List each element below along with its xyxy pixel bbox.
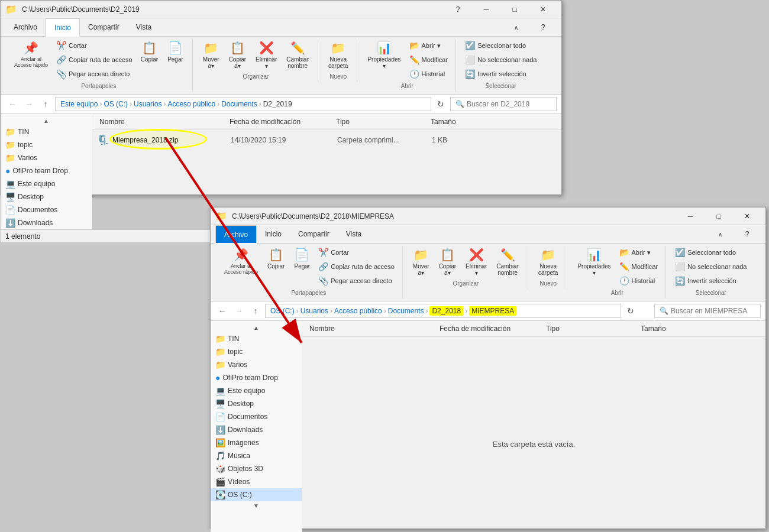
btn-renombrar-1[interactable]: ✏️ Cambiarnombre bbox=[282, 39, 313, 71]
col-nombre-2[interactable]: Nombre bbox=[307, 323, 437, 334]
tab-archivo-2[interactable]: Archivo bbox=[215, 225, 257, 244]
btn-pegar-acceso-2[interactable]: 📎 Pegar acceso directo bbox=[315, 274, 398, 287]
col-nombre-1[interactable]: Nombre bbox=[97, 116, 227, 127]
btn-mover-2[interactable]: 📁 Movera▾ bbox=[409, 246, 434, 278]
sidebar-item-tin-2[interactable]: 📁 TIN bbox=[211, 332, 302, 345]
scroll-up-2[interactable]: ▲ bbox=[211, 323, 302, 332]
tab-archivo-1[interactable]: Archivo bbox=[5, 18, 46, 36]
btn-seleccionar-todo-2[interactable]: ☑️ Seleccionar todo bbox=[672, 246, 749, 259]
breadcrumb-os-1[interactable]: OS (C:) bbox=[104, 100, 128, 108]
forward-btn-1[interactable]: → bbox=[22, 97, 36, 111]
breadcrumb-acceso-1[interactable]: Acceso público bbox=[167, 100, 215, 108]
btn-no-seleccionar-2[interactable]: ⬜ No seleccionar nada bbox=[672, 260, 749, 273]
sidebar-item-imagenes-2[interactable]: 🖼️ Imágenes bbox=[211, 436, 302, 449]
btn-invertir-1[interactable]: 🔄 Invertir selección bbox=[462, 67, 539, 80]
up-btn-1[interactable]: ↑ bbox=[38, 97, 53, 111]
breadcrumb-docs-1[interactable]: Documents bbox=[221, 100, 257, 108]
sidebar-item-objetos-2[interactable]: 🎲 Objetos 3D bbox=[211, 462, 302, 475]
btn-pegar-2[interactable]: 📄 Pegar bbox=[290, 246, 315, 271]
search-box-1[interactable]: 🔍 bbox=[450, 97, 557, 111]
refresh-btn-2[interactable]: ↻ bbox=[623, 304, 638, 318]
btn-modificar-1[interactable]: ✏️ Modificar bbox=[406, 53, 451, 66]
btn-copiar-a-2[interactable]: 📋 Copiara▾ bbox=[435, 246, 460, 278]
sidebar-item-topic-1[interactable]: 📁 topic bbox=[1, 138, 92, 151]
btn-cortar-1[interactable]: ✂️ Cortar bbox=[53, 39, 135, 52]
sidebar-item-desktop-1[interactable]: 🖥️ Desktop bbox=[1, 190, 92, 203]
sidebar-item-tin-1[interactable]: 📁 TIN bbox=[1, 125, 92, 138]
address-path-2[interactable]: OS (C:) › Usuarios › Acceso público › Do… bbox=[265, 304, 621, 318]
tab-inicio-1[interactable]: Inicio bbox=[46, 18, 80, 37]
sidebar-item-ofipro-2[interactable]: ● OfiPro team Drop bbox=[211, 371, 302, 384]
sidebar-item-ofipro-1[interactable]: ● OfiPro team Drop bbox=[1, 164, 92, 177]
btn-copiar-a-1[interactable]: 📋 Copiara▾ bbox=[225, 39, 250, 71]
up-btn-2[interactable]: ↑ bbox=[248, 304, 263, 318]
btn-propiedades-1[interactable]: 📊 Propiedades▾ bbox=[363, 39, 405, 71]
maximize-button-1[interactable]: □ bbox=[501, 1, 528, 18]
btn-no-seleccionar-1[interactable]: ⬜ No seleccionar nada bbox=[462, 53, 539, 66]
minimize-button-2[interactable]: ─ bbox=[677, 207, 704, 225]
close-button-1[interactable]: ✕ bbox=[529, 1, 557, 18]
sidebar-item-equipo-2[interactable]: 💻 Este equipo bbox=[211, 384, 302, 397]
btn-renombrar-2[interactable]: ✏️ Cambiarnombre bbox=[492, 246, 523, 278]
breadcrumb-os-2[interactable]: OS (C:) bbox=[270, 307, 295, 315]
btn-nueva-carpeta-2[interactable]: 📁 Nuevacarpeta bbox=[534, 246, 562, 278]
breadcrumb-acceso-2[interactable]: Acceso público bbox=[334, 307, 382, 315]
scroll-down-2[interactable]: ▼ bbox=[211, 501, 302, 510]
back-btn-1[interactable]: ← bbox=[5, 97, 20, 111]
btn-copiar-ruta-1[interactable]: 🔗 Copiar ruta de acceso bbox=[53, 53, 135, 66]
back-btn-2[interactable]: ← bbox=[215, 304, 230, 318]
tab-inicio-2[interactable]: Inicio bbox=[257, 225, 290, 243]
minimize-button-1[interactable]: ─ bbox=[473, 1, 500, 18]
btn-copiar-1[interactable]: 📋 Copiar bbox=[137, 39, 162, 64]
sidebar-item-musica-2[interactable]: 🎵 Música bbox=[211, 449, 302, 462]
close-button-2[interactable]: ✕ bbox=[734, 207, 761, 225]
breadcrumb-este-equipo-1[interactable]: Este equipo bbox=[60, 100, 98, 108]
btn-modificar-2[interactable]: ✏️ Modificar bbox=[616, 260, 661, 273]
col-tipo-2[interactable]: Tipo bbox=[544, 323, 638, 334]
sidebar-item-videos-2[interactable]: 🎬 Vídeos bbox=[211, 475, 302, 488]
maximize-button-2[interactable]: □ bbox=[705, 207, 732, 225]
sidebar-item-desktop-2[interactable]: 🖥️ Desktop bbox=[211, 397, 302, 410]
ribbon-collapse-2[interactable]: ∧ bbox=[706, 225, 734, 243]
sidebar-item-documentos-2[interactable]: 📄 Documentos bbox=[211, 410, 302, 423]
search-input-2[interactable] bbox=[671, 307, 755, 315]
btn-historial-1[interactable]: 🕐 Historial bbox=[406, 67, 451, 80]
btn-eliminar-2[interactable]: ❌ Eliminar▾ bbox=[461, 246, 491, 278]
tab-vista-1[interactable]: Vista bbox=[128, 18, 160, 36]
btn-mover-1[interactable]: 📁 Movera▾ bbox=[199, 39, 224, 71]
tab-compartir-1[interactable]: Compartir bbox=[80, 18, 128, 36]
btn-nueva-carpeta-1[interactable]: 📁 Nuevacarpeta bbox=[324, 39, 352, 71]
sidebar-item-downloads-2[interactable]: ⬇️ Downloads bbox=[211, 423, 302, 436]
btn-historial-2[interactable]: 🕐 Historial bbox=[616, 274, 661, 287]
ribbon-help-1[interactable]: ? bbox=[529, 18, 557, 36]
sidebar-item-os-2[interactable]: 💽 OS (C:) bbox=[211, 488, 302, 501]
btn-seleccionar-todo-1[interactable]: ☑️ Seleccionar todo bbox=[462, 39, 539, 52]
col-tipo-1[interactable]: Tipo bbox=[334, 116, 428, 127]
breadcrumb-usuarios-2[interactable]: Usuarios bbox=[301, 307, 328, 315]
btn-invertir-2[interactable]: 🔄 Invertir selección bbox=[672, 274, 749, 287]
sidebar-item-varios-2[interactable]: 📁 Varios bbox=[211, 358, 302, 371]
btn-anclar-1[interactable]: 📌 Anclar alAcceso rápido bbox=[10, 39, 52, 70]
col-fecha-2[interactable]: Fecha de modificación bbox=[437, 323, 544, 334]
btn-abrir-1[interactable]: 📂 Abrir ▾ bbox=[406, 39, 451, 52]
col-tamano-2[interactable]: Tamaño bbox=[638, 323, 697, 334]
btn-cortar-2[interactable]: ✂️ Cortar bbox=[315, 246, 398, 259]
ribbon-help-2[interactable]: ? bbox=[734, 225, 761, 243]
col-tamano-1[interactable]: Tamaño bbox=[428, 116, 487, 127]
breadcrumb-docs-2[interactable]: Documents bbox=[388, 307, 424, 315]
sidebar-item-downloads-1[interactable]: ⬇️ Downloads bbox=[1, 216, 92, 229]
btn-abrir-2[interactable]: 📂 Abrir ▾ bbox=[616, 246, 661, 259]
tab-vista-2[interactable]: Vista bbox=[338, 225, 370, 243]
breadcrumb-d2018-2[interactable]: D2_2018 bbox=[429, 306, 463, 316]
col-fecha-1[interactable]: Fecha de modificación bbox=[227, 116, 334, 127]
refresh-btn-1[interactable]: ↻ bbox=[434, 97, 448, 111]
btn-copiar-ruta-2[interactable]: 🔗 Copiar ruta de acceso bbox=[315, 260, 398, 273]
ribbon-collapse-1[interactable]: ∧ bbox=[502, 18, 529, 36]
btn-anclar-2[interactable]: 📌 Anclar alAcceso rápido bbox=[220, 246, 262, 277]
address-path-1[interactable]: Este equipo › OS (C:) › Usuarios › Acces… bbox=[55, 97, 431, 111]
scroll-up-1[interactable]: ▲ bbox=[1, 116, 92, 125]
sidebar-item-equipo-1[interactable]: 💻 Este equipo bbox=[1, 177, 92, 190]
search-box-2[interactable]: 🔍 bbox=[654, 304, 761, 318]
btn-propiedades-2[interactable]: 📊 Propiedades▾ bbox=[573, 246, 615, 278]
btn-eliminar-1[interactable]: ❌ Eliminar▾ bbox=[251, 39, 281, 71]
